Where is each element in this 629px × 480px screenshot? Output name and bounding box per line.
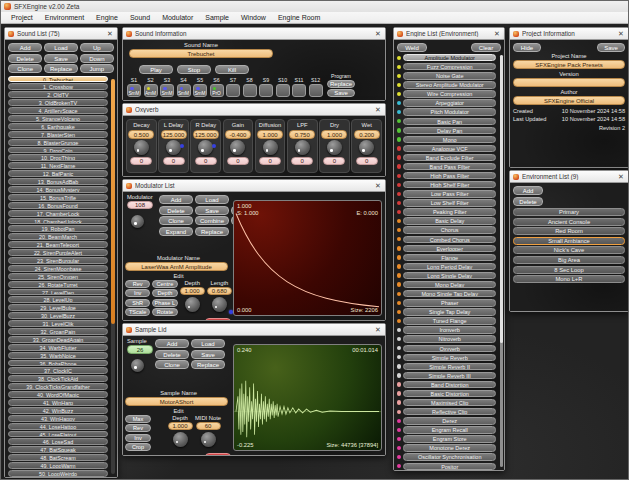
engine-list-item[interactable]: Analogue VCF: [397, 145, 496, 152]
edit-button[interactable]: Rev: [125, 280, 150, 288]
knob-mod-field[interactable]: 0: [130, 157, 152, 165]
sound-list-titlebar[interactable]: Sound List (75): [5, 28, 117, 40]
sound-list-item[interactable]: 49. LoopWarm: [8, 462, 108, 469]
edit-button[interactable]: ShR: [125, 299, 150, 307]
expand-button[interactable]: Expand: [159, 227, 193, 236]
sound-list-item[interactable]: 22. SirenPurpleAlert: [8, 249, 108, 256]
environment-list-item[interactable]: Nick's Cave: [513, 246, 625, 254]
knob[interactable]: [263, 140, 278, 155]
engine-list-item[interactable]: Low Shelf Filter: [397, 199, 496, 206]
sample-name-field[interactable]: MotorAShort: [125, 397, 228, 406]
close-icon[interactable]: [493, 29, 501, 39]
load-button[interactable]: Load: [191, 339, 225, 348]
sound-list-item[interactable]: 20. BeamMarch: [8, 233, 108, 240]
engine-list-item[interactable]: High Shelf Filter: [397, 181, 496, 188]
sound-list-button[interactable]: Up: [80, 43, 114, 52]
sound-list-item[interactable]: 36. BobsPhone: [8, 360, 108, 367]
sound-list-item[interactable]: 8. BlasterGrunge: [8, 139, 108, 146]
sound-list-item[interactable]: 26. RotateTurret: [8, 281, 108, 288]
sound-list-item[interactable]: 48. BatScream: [8, 454, 108, 461]
close-icon[interactable]: [374, 181, 382, 191]
sound-list-item[interactable]: 6. Earthquake: [8, 123, 108, 130]
load-button[interactable]: Load: [195, 195, 229, 204]
engine-list-item[interactable]: Tuned Flange: [397, 317, 496, 324]
depth-knob[interactable]: [173, 432, 188, 447]
sound-name-field[interactable]: Trebuchet: [129, 49, 273, 58]
sound-list-item[interactable]: 24. SirenMoonbase: [8, 265, 108, 272]
save-button[interactable]: Save: [191, 350, 225, 359]
sound-slot[interactable]: S11: [292, 77, 306, 97]
knob-mod-field[interactable]: 0: [259, 157, 281, 165]
knob-mod-field[interactable]: 0: [163, 157, 185, 165]
knob[interactable]: [327, 140, 342, 155]
project-name-field[interactable]: SFXEngine Pack Presets: [513, 60, 625, 69]
depth-field[interactable]: 1.000: [168, 422, 193, 430]
close-icon[interactable]: [374, 29, 382, 39]
sound-list-item[interactable]: 39. ClockTicksGrandfather: [8, 383, 108, 390]
engine-list-item[interactable]: Low Pass Filter: [397, 190, 496, 197]
engine-list-item[interactable]: Arpeggiator: [397, 99, 496, 106]
close-icon[interactable]: [617, 172, 625, 182]
close-icon[interactable]: [374, 105, 382, 115]
sound-list-item[interactable]: 3. OldBrokenTV: [8, 99, 108, 106]
sound-list-item[interactable]: 33. GroanDeadAgain: [8, 336, 108, 343]
engine-list-item[interactable]: Mono Single Tap Delay: [397, 290, 496, 297]
engine-list-item[interactable]: Mono: [397, 136, 496, 143]
replace-button[interactable]: Replace: [195, 227, 229, 236]
engine-list-item[interactable]: Fuzz Compression: [397, 63, 496, 70]
engine-list-item[interactable]: Positor: [397, 463, 496, 470]
engine-list-item[interactable]: Ironverb: [397, 326, 496, 333]
midi-note-field[interactable]: 60: [196, 422, 221, 430]
modulator-number-field[interactable]: 108: [127, 201, 153, 209]
menu-item[interactable]: Engine Room: [272, 12, 326, 24]
sound-list-item[interactable]: 44. LoseHattoo: [8, 423, 108, 430]
sound-list-item[interactable]: 37. ClockIC: [8, 367, 108, 374]
sound-list-item[interactable]: 30. LevelBuzz: [8, 312, 108, 319]
edit-button[interactable]: Inv: [125, 289, 150, 297]
engine-list-item[interactable]: Simple Reverb: [397, 354, 496, 361]
knob-value-field[interactable]: 0.500: [128, 130, 154, 139]
knob-mod-field[interactable]: 0: [323, 157, 345, 165]
sample-waveform-display[interactable]: 0.240 00:01.014 -0.225 Size: 44736 [3789…: [233, 344, 382, 451]
sound-list-item[interactable]: 14. BonusMystery: [8, 186, 108, 193]
engine-list-item[interactable]: High Pass Filter: [397, 172, 496, 179]
engine-list-item[interactable]: Basic Distortion: [397, 390, 496, 397]
sound-slot[interactable]: S12: [309, 77, 323, 97]
sample-titlebar[interactable]: Sample Lid: [123, 324, 385, 336]
engine-list-item[interactable]: Noise Gate: [397, 72, 496, 79]
author-field[interactable]: SFXEngine Official: [513, 96, 625, 105]
sound-list-item[interactable]: 17. ChamberLock: [8, 210, 108, 217]
sample-number-field[interactable]: 26: [127, 345, 153, 354]
engine-list-item[interactable]: Everlooper: [397, 245, 496, 252]
knob[interactable]: [134, 140, 149, 155]
menu-item[interactable]: Window: [235, 12, 272, 24]
knob[interactable]: [359, 140, 374, 155]
environment-list-item[interactable]: 8 Sec Loop: [513, 266, 625, 274]
edit-button[interactable]: Centre: [152, 280, 177, 288]
sound-slot[interactable]: S3 SmM: [160, 77, 174, 97]
menu-item[interactable]: Modulator: [156, 12, 199, 24]
environment-list-item[interactable]: Primary: [513, 208, 625, 216]
sample-select-knob[interactable]: [131, 359, 144, 372]
menu-item[interactable]: Sample: [199, 12, 235, 24]
knob-value-field[interactable]: -0.400: [225, 130, 251, 139]
edit-button[interactable]: Phase L: [152, 299, 177, 307]
sound-list-button[interactable]: Load: [44, 43, 78, 52]
oxyverb-titlebar[interactable]: Oxyverb: [123, 104, 385, 116]
edit-button[interactable]: Rev: [125, 424, 151, 432]
knob-value-field[interactable]: 0.750: [289, 130, 315, 139]
engine-list-item[interactable]: Engram Recall: [397, 426, 496, 433]
sound-slot[interactable]: S7: [226, 77, 240, 97]
engine-list-item[interactable]: Maximised Clip: [397, 399, 496, 406]
sound-list-button[interactable]: Delete: [8, 54, 42, 63]
knob-mod-field[interactable]: 0: [195, 157, 217, 165]
add-button[interactable]: Add: [513, 186, 543, 195]
modulator-display[interactable]: 1.000 S: 1.000 E: 0.000 0.000 Size: 2206: [233, 200, 382, 316]
scrollbar-thumb[interactable]: [500, 55, 503, 343]
sound-list-item[interactable]: 47. BatSqueak: [8, 446, 108, 453]
sound-list-item[interactable]: 35. WarbNoice: [8, 352, 108, 359]
sound-slot[interactable]: S5 SmM: [193, 77, 207, 97]
sound-list-button[interactable]: Replace: [44, 64, 78, 73]
hide-button[interactable]: Hide: [513, 43, 541, 52]
sound-list-item[interactable]: 15. BonusTrifle: [8, 194, 108, 201]
